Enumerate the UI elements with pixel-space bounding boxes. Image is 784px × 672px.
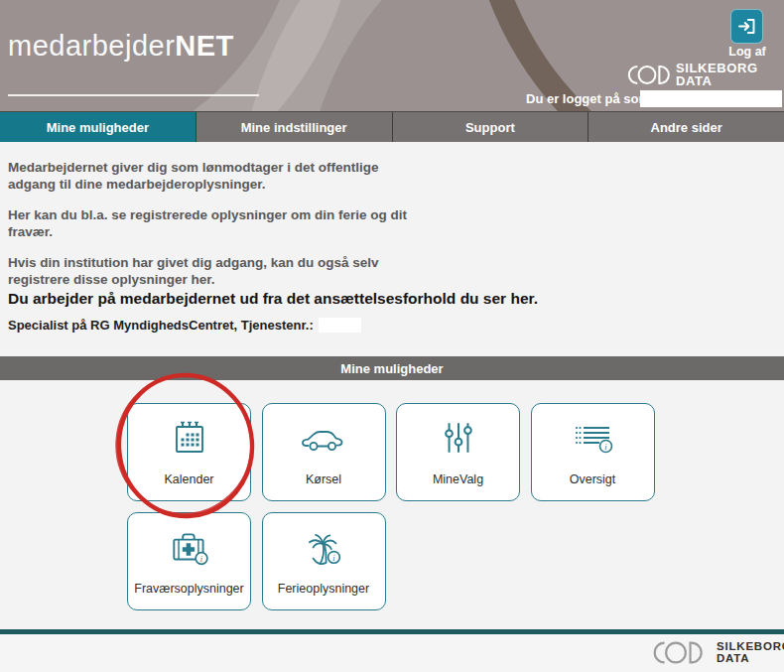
tile-label: Fraværsoplysninger xyxy=(128,582,250,596)
employment-detail-text: Specialist på RG MyndighedsCentret, Tjen… xyxy=(8,318,314,333)
tile-oversigt[interactable]: i Oversigt xyxy=(531,403,655,501)
tile-koersel[interactable]: Kørsel xyxy=(262,403,386,501)
employment-heading: Du arbejder på medarbejdernet ud fra det… xyxy=(8,290,643,308)
tile-grid: Kalender Kørsel xyxy=(127,403,657,610)
tile-minevalg[interactable]: MineValg xyxy=(396,403,520,501)
employment-detail: Specialist på RG MyndighedsCentret, Tjen… xyxy=(8,318,361,333)
intro-paragraph: Her kan du bl.a. se registrerede oplysni… xyxy=(8,206,425,240)
service-number-redacted-box xyxy=(319,318,361,333)
silkeborg-data-logo-icon xyxy=(640,639,712,666)
tile-label: Kalender xyxy=(128,472,250,486)
tile-label: Kørsel xyxy=(263,472,385,486)
logout-icon xyxy=(736,16,757,37)
list-info-icon: i xyxy=(532,416,654,462)
section-bar: Mine muligheder xyxy=(0,356,784,380)
first-aid-info-icon: i xyxy=(128,525,250,571)
brand-line2: DATA xyxy=(676,74,758,87)
tab-andre-sider[interactable]: Andre sider xyxy=(588,112,784,142)
login-status-label: Du er logget på som xyxy=(526,91,650,106)
tile-label: Oversigt xyxy=(532,472,654,486)
brand-line1: SILKEBORG xyxy=(717,641,784,653)
footer: SILKEBORG DATA xyxy=(0,634,784,672)
tile-fravaersoplysninger[interactable]: i Fraværsoplysninger xyxy=(127,512,251,610)
silkeborg-data-logo-icon xyxy=(623,64,671,86)
calendar-icon xyxy=(128,416,250,462)
car-icon xyxy=(263,416,385,462)
app-logo: medarbejderNET xyxy=(8,30,234,63)
sliders-icon xyxy=(397,416,519,462)
intro-text: Medarbejdernet giver dig som lønmodtager… xyxy=(8,159,425,302)
intro-paragraph: Hvis din institution har givet dig adgan… xyxy=(8,254,425,288)
app-logo-light-part: medarbejder xyxy=(8,30,175,62)
footer-brand: SILKEBORG DATA xyxy=(640,639,784,666)
footer-brand-text: SILKEBORG DATA xyxy=(717,641,784,664)
tile-label: MineValg xyxy=(397,472,519,486)
main-nav: Mine muligheder Mine indstillinger Suppo… xyxy=(0,111,784,142)
tile-ferieoplysninger[interactable]: i Ferieoplysninger xyxy=(262,512,386,610)
tab-mine-muligheder[interactable]: Mine muligheder xyxy=(0,112,196,142)
palm-tree-info-icon: i xyxy=(263,525,385,571)
tile-label: Ferieoplysninger xyxy=(263,582,385,596)
tab-support[interactable]: Support xyxy=(392,112,588,142)
app-logo-bold-part: NET xyxy=(175,30,234,62)
header-brand-text: SILKEBORG DATA xyxy=(676,62,758,87)
logout-button[interactable] xyxy=(730,9,763,44)
intro-paragraph: Medarbejdernet giver dig som lønmodtager… xyxy=(8,159,425,193)
header: medarbejderNET Log af xyxy=(0,0,784,111)
login-user-redacted-box xyxy=(640,90,782,107)
medarbejdernet-page: medarbejderNET Log af xyxy=(0,0,784,672)
brand-line2: DATA xyxy=(717,653,784,665)
tab-mine-indstillinger[interactable]: Mine indstillinger xyxy=(196,112,392,142)
header-brand: SILKEBORG DATA xyxy=(623,62,758,87)
logout-label[interactable]: Log af xyxy=(721,45,773,59)
app-logo-underline xyxy=(8,94,259,96)
tile-kalender[interactable]: Kalender xyxy=(127,403,251,501)
